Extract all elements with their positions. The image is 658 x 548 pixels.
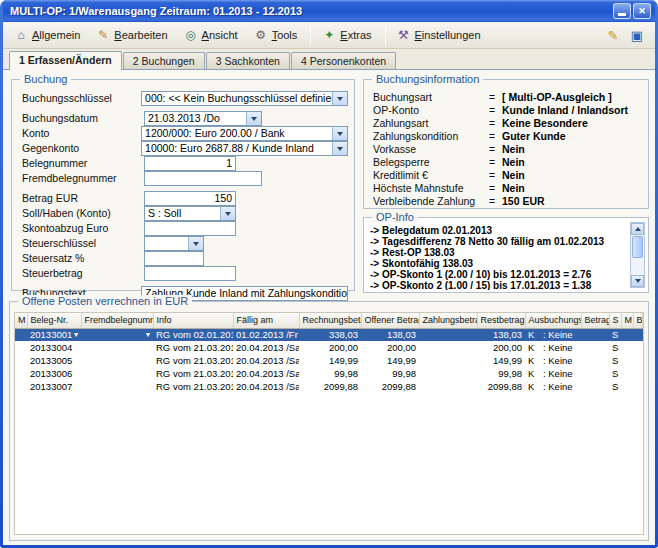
col-header-s[interactable]: S — [609, 313, 621, 328]
op-info-scrollbar[interactable] — [630, 222, 645, 288]
menubar: ⌂ Allgemein ✎ Bearbeiten ◎ Ansicht ⚙ Too… — [3, 22, 655, 49]
cell-offener-betrag: 138,03 — [361, 328, 419, 341]
app-window: MULTI-OP: 1/Warenausgang Zeitraum: 01.20… — [0, 0, 658, 548]
cell-faellig: 01.02.2013 /Fr — [233, 328, 299, 341]
table-row[interactable]: 20133004 RG vom 21.03.2013 20.04.2013 /S… — [15, 341, 643, 354]
skontoabzug-input[interactable] — [144, 221, 236, 236]
dropdown-button[interactable] — [220, 207, 235, 220]
konto-combobox[interactable]: 1200/000: Euro 200.00 / Bank — [141, 126, 348, 141]
info-value: 150 EUR — [502, 195, 644, 207]
cell-m2 — [621, 367, 633, 380]
cell-restbetrag: 2099,88 — [477, 380, 525, 393]
table-row-selected[interactable]: 20133001▾ ▾ RG vom 02.01.2013 01.02.2013… — [15, 328, 643, 341]
equals-sign: = — [489, 169, 502, 181]
col-header-info[interactable]: Info — [153, 313, 233, 328]
offene-posten-table: M Beleg-Nr. Fremdbelegnummer Info Fällig… — [14, 312, 644, 535]
sollhaben-combobox[interactable]: S : Soll — [144, 206, 236, 221]
gegenkonto-combobox[interactable]: 10000: Euro 2687.88 / Kunde Inland — [141, 141, 348, 156]
ausbuchung-code: K — [528, 355, 543, 366]
ausbuchung-text: : Keine — [543, 355, 573, 366]
buchungsinformation-group-title: Buchungsinformation — [372, 73, 483, 85]
chevron-down-icon — [337, 97, 343, 104]
menu-extras-label: Extras — [340, 29, 371, 41]
betrag-input[interactable]: 150 — [144, 191, 236, 206]
menu-tools[interactable]: ⚙ Tools — [248, 26, 306, 45]
col-header-beleg-nr[interactable]: Beleg-Nr. — [27, 313, 81, 328]
scroll-down-button[interactable] — [631, 275, 644, 287]
menu-einstellungen[interactable]: ⚒ Einstellungen — [391, 26, 489, 45]
buchungsschluessel-combobox[interactable]: 000: << Kein Buchungsschlüssel definiert… — [141, 91, 348, 106]
combobox-value: 000: << Kein Buchungsschlüssel definiert… — [142, 92, 332, 104]
cell-fremd — [81, 341, 153, 354]
minimize-button[interactable] — [613, 3, 631, 19]
equals-sign: = — [489, 117, 502, 129]
info-row: Buchungsart = [ Multi-OP-Ausgleich ] — [373, 90, 644, 103]
col-header-restbetrag[interactable]: Restbetrag — [477, 313, 525, 328]
menu-extras[interactable]: ✦ Extras — [316, 26, 379, 45]
ausbuchung-text: : Keine — [543, 381, 573, 392]
cell-b — [633, 367, 643, 380]
col-header-betrag[interactable]: Betrag — [581, 313, 609, 328]
col-header-zahlungsbetrag[interactable]: Zahlungsbetrag — [419, 313, 477, 328]
col-header-offener-betrag[interactable]: Offener Betrag — [361, 313, 419, 328]
home-icon: ⌂ — [14, 29, 28, 41]
table-row[interactable]: 20133005 RG vom 21.03.2013 20.04.2013 /S… — [15, 354, 643, 367]
cell-faellig: 20.04.2013 /Sa — [233, 341, 299, 354]
dropdown-button[interactable] — [246, 112, 261, 125]
pencil-icon[interactable]: ✎ — [603, 26, 623, 45]
konto-label: Konto — [22, 127, 141, 139]
op-info-group: OP-Info -> Belegdatum 02.01.2013 -> Tage… — [363, 217, 649, 293]
tab-personenkonten[interactable]: 4 Personenkonten — [291, 52, 396, 69]
cell-beleg: 20133001▾ — [27, 328, 81, 341]
col-header-m[interactable]: M — [15, 313, 27, 328]
info-value: Nein — [502, 143, 644, 155]
window-icon[interactable]: ▣ — [627, 26, 647, 45]
menu-ansicht[interactable]: ◎ Ansicht — [178, 26, 246, 45]
belegnummer-input[interactable]: 1 — [144, 156, 236, 171]
close-button[interactable]: ✕ — [633, 3, 651, 19]
op-info-line: -> Rest-OP 138.03 — [370, 247, 626, 258]
field-steuerbetrag: Steuerbetrag — [22, 266, 348, 280]
cell-ausbuchungsart: K: Keine — [525, 341, 581, 354]
dropdown-arrow-icon[interactable]: ▾ — [146, 331, 150, 339]
info-row: Vorkasse = Nein — [373, 142, 644, 155]
menu-bearbeiten[interactable]: ✎ Bearbeiten — [90, 26, 175, 45]
cell-offener-betrag: 149,99 — [361, 354, 419, 367]
tab-erfassen-aendern[interactable]: 1 Erfassen/Ändern — [9, 51, 122, 70]
titlebar[interactable]: MULTI-OP: 1/Warenausgang Zeitraum: 01.20… — [3, 0, 655, 22]
tab-sachkonten[interactable]: 3 Sachkonten — [206, 52, 290, 69]
dropdown-button[interactable] — [188, 237, 203, 250]
fremdbelegnummer-input[interactable] — [144, 171, 262, 186]
steuerbetrag-input[interactable] — [144, 266, 236, 281]
field-buchungsdatum: Buchungsdatum 21.03.2013 /Do — [22, 111, 348, 125]
info-row: Zahlungskondition = Guter Kunde — [373, 129, 644, 142]
dropdown-button[interactable] — [332, 142, 347, 155]
cell-s: S — [609, 354, 621, 367]
steuersatz-input[interactable] — [144, 251, 204, 266]
col-header-ausbuchungsart[interactable]: Ausbuchungsart — [525, 313, 581, 328]
scroll-up-button[interactable] — [631, 223, 644, 235]
dropdown-button[interactable] — [332, 92, 347, 105]
equals-sign: = — [489, 104, 502, 116]
dropdown-button[interactable] — [332, 127, 347, 140]
table-header-row: M Beleg-Nr. Fremdbelegnummer Info Fällig… — [15, 313, 643, 328]
buchungsinformation-group: Buchungsinformation Buchungsart = [ Mult… — [363, 79, 649, 209]
cell-info: RG vom 02.01.2013 — [153, 328, 233, 341]
col-header-faellig-am[interactable]: Fällig am — [233, 313, 299, 328]
table-row[interactable]: 20133006 RG vom 21.03.2013 20.04.2013 /S… — [15, 367, 643, 380]
info-value: [ Multi-OP-Ausgleich ] — [502, 91, 644, 103]
dropdown-arrow-icon[interactable]: ▾ — [74, 331, 78, 339]
col-header-fremdbelegnummer[interactable]: Fremdbelegnummer — [81, 313, 153, 328]
table-row[interactable]: 20133007 RG vom 21.03.2013 20.04.2013 /S… — [15, 380, 643, 393]
cell-rechnungsbetrag: 338,03 — [299, 328, 361, 341]
tab-buchungen[interactable]: 2 Buchungen — [123, 52, 205, 69]
combobox-value: S : Soll — [145, 207, 220, 219]
steuerschluessel-combobox[interactable] — [144, 236, 204, 251]
col-header-b[interactable]: B — [633, 313, 643, 328]
col-header-rechnungsbetrag[interactable]: Rechnungsbetrag — [299, 313, 361, 328]
buchungsdatum-combobox[interactable]: 21.03.2013 /Do — [144, 111, 262, 126]
col-header-m2[interactable]: M — [621, 313, 633, 328]
info-value: Nein — [502, 169, 644, 181]
menu-allgemein[interactable]: ⌂ Allgemein — [8, 26, 88, 45]
scrollbar-thumb[interactable] — [632, 236, 643, 258]
